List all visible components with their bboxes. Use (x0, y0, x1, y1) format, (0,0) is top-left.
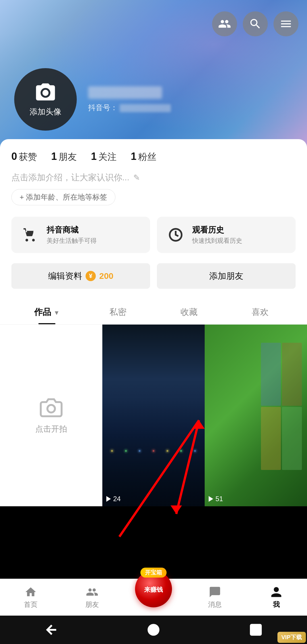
stat-following[interactable]: 1 关注 (91, 150, 117, 163)
douyin-mall-card[interactable]: 抖音商城 美好生活触手可得 (11, 217, 150, 253)
friends-icon-button[interactable] (212, 11, 237, 36)
tab-private[interactable]: 私密 (82, 300, 154, 324)
history-subtitle: 快速找到观看历史 (192, 237, 242, 245)
nav-message-label: 消息 (208, 600, 222, 609)
circle-icon (146, 623, 161, 637)
menu-icon (279, 17, 293, 30)
mall-text: 抖音商城 美好生活触手可得 (47, 225, 97, 245)
play-icon-game (209, 496, 213, 502)
earn-badge: 开宝箱 (140, 568, 167, 578)
tab-private-label: 私密 (109, 307, 126, 317)
tab-collect[interactable]: 收藏 (154, 300, 225, 324)
tag-btn-label: + 添加年龄、所在地等标签 (20, 192, 107, 202)
service-cards-row: 抖音商城 美好生活触手可得 观看历史 快速找到观看历史 (11, 217, 296, 253)
coin-amount: 200 (99, 271, 113, 281)
nav-message[interactable]: 消息 (184, 579, 246, 616)
douyin-id: 抖音号： (88, 103, 171, 113)
camera-shoot-icon (40, 396, 63, 419)
action-buttons-row: 编辑资料 ¥ 200 添加朋友 (11, 263, 296, 289)
likes-label: 获赞 (19, 151, 37, 163)
user-info: 抖音号： (88, 86, 171, 113)
video-night[interactable]: 24 (102, 325, 205, 506)
add-tag-button[interactable]: + 添加年龄、所在地等标签 (11, 189, 115, 205)
add-friend-label: 添加朋友 (209, 270, 243, 282)
add-avatar-label: 添加头像 (30, 106, 61, 117)
clock-icon-wrap (165, 225, 186, 245)
camera-icon (34, 81, 57, 104)
back-button[interactable] (43, 621, 60, 638)
avatar-section: 添加头像 抖音号： (14, 68, 171, 131)
cart-icon-wrap (20, 225, 40, 245)
building-2 (282, 343, 302, 406)
svg-rect-7 (250, 624, 261, 635)
game-buildings (261, 343, 302, 470)
nav-me[interactable]: 我 (246, 579, 307, 616)
edit-profile-button[interactable]: 编辑资料 ¥ 200 (11, 263, 150, 289)
friends-icon (218, 17, 231, 30)
stat-likes[interactable]: 0 获赞 (11, 150, 37, 163)
nav-home[interactable]: 首页 (0, 579, 61, 616)
play-count-game: 51 (209, 495, 223, 503)
home-icon (24, 586, 37, 598)
tab-like-label: 喜欢 (252, 307, 269, 317)
building-1 (261, 343, 281, 406)
content-tabs: 作品 ▼ 私密 收藏 喜欢 (0, 300, 307, 325)
stat-fans[interactable]: 1 粉丝 (131, 150, 156, 163)
svg-point-1 (47, 405, 55, 413)
light-1 (111, 450, 113, 452)
light-3 (139, 450, 140, 452)
stats-row: 0 获赞 1 朋友 1 关注 1 粉丝 (11, 150, 296, 163)
watch-history-card[interactable]: 观看历史 快速找到观看历史 (157, 217, 296, 253)
stat-friends[interactable]: 1 朋友 (51, 150, 77, 163)
earn-button[interactable]: 开宝箱 来赚钱 (135, 570, 172, 607)
tab-works[interactable]: 作品 ▼ (11, 300, 82, 324)
nav-earn[interactable]: 开宝箱 来赚钱 (123, 579, 184, 616)
clock-icon (168, 227, 184, 243)
following-label: 关注 (98, 151, 117, 163)
play-count-night: 24 (106, 495, 121, 503)
game-view-count: 51 (215, 495, 223, 503)
tab-like[interactable]: 喜欢 (225, 300, 296, 324)
top-icons-row (212, 11, 298, 36)
bio-placeholder: 点击添加介绍，让大家认识你... (11, 172, 129, 183)
mall-title: 抖音商城 (47, 225, 97, 235)
friends-nav-icon (86, 586, 98, 598)
shoot-label: 点击开拍 (35, 424, 67, 434)
following-count: 1 (91, 150, 97, 162)
bio-row[interactable]: 点击添加介绍，让大家认识你... ✎ (11, 172, 296, 183)
menu-icon-button[interactable] (273, 11, 298, 36)
vip-badge[interactable]: VIP下载 (277, 632, 306, 643)
light-4 (153, 450, 154, 452)
username-blurred (88, 86, 162, 99)
home-button[interactable] (145, 621, 162, 638)
shoot-button-cell[interactable]: 点击开拍 (0, 325, 102, 506)
back-icon (44, 623, 58, 637)
building-3 (261, 407, 281, 470)
svg-marker-5 (171, 505, 182, 514)
search-icon (249, 17, 262, 30)
system-navigation-bar (0, 616, 307, 644)
nav-friends[interactable]: 朋友 (61, 579, 123, 616)
earn-label: 来赚钱 (144, 586, 163, 593)
tab-collect-label: 收藏 (181, 307, 198, 317)
me-icon (270, 586, 283, 598)
avatar-button[interactable]: 添加头像 (14, 68, 77, 131)
cart-icon (22, 227, 38, 243)
history-title: 观看历史 (192, 225, 242, 235)
friends-count: 1 (51, 150, 57, 162)
light-6 (180, 450, 182, 452)
nav-friends-label: 朋友 (85, 600, 99, 609)
add-friend-button[interactable]: 添加朋友 (157, 263, 296, 289)
light-7 (194, 450, 196, 452)
light-5 (167, 450, 168, 452)
mall-subtitle: 美好生活触手可得 (47, 237, 97, 245)
friends-label: 朋友 (59, 151, 77, 163)
recents-button[interactable] (247, 621, 264, 638)
likes-count: 0 (11, 150, 17, 162)
square-icon (249, 623, 263, 637)
tab-works-label: 作品 (34, 307, 51, 317)
search-icon-button[interactable] (243, 11, 268, 36)
message-icon (209, 586, 221, 598)
nav-home-label: 首页 (24, 600, 38, 609)
video-game[interactable]: 51 (205, 325, 307, 506)
